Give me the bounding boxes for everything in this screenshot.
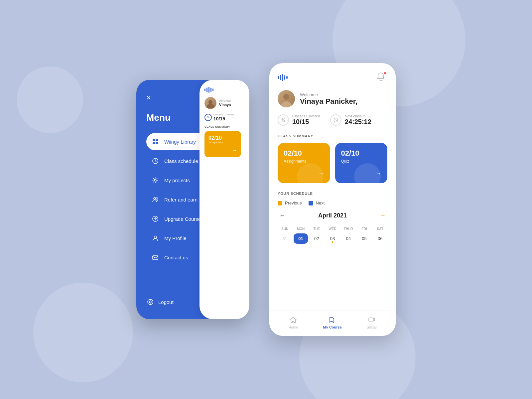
cal-cell-04[interactable]: 04 [341,233,356,244]
peek-classes-stat: % Classes Covered 10/15 [204,113,248,121]
notification-button[interactable] [375,71,387,83]
sidebar-item-label: Upgrade Course [164,216,201,222]
calendar-nav: ← April 2021 → [278,210,387,221]
cal-header-sun: SUN [278,226,292,232]
cal-cell-31[interactable]: 31 [278,233,292,244]
peek-welcome-label: Welcome [219,99,231,103]
sidebar-item-label: My projects [164,178,190,183]
assignment-label: Assignments [284,159,324,164]
cal-cell-03[interactable]: 03 [325,233,340,244]
sidebar-item-label: Class schedule [164,158,198,164]
svg-point-13 [208,100,212,104]
calendar-month: April 2021 [318,212,347,219]
schedule-legend: Previous Next [278,200,387,205]
welcome-label: Welcome [300,92,357,97]
svg-rect-1 [156,139,158,141]
social-icon [368,316,376,324]
svg-rect-2 [153,142,155,144]
svg-point-9 [154,236,157,238]
previous-label: Previous [285,200,302,205]
assignment-value: 02/10 [284,149,324,158]
book-icon [329,316,336,324]
clock-icon [151,157,159,165]
clock-circle-icon [330,114,341,126]
users-icon [151,196,159,203]
left-phone: × Menu Wiingy Library [136,80,249,319]
mail-icon [151,253,159,261]
calendar-next-button[interactable]: → [378,210,387,221]
peek-summary-label: CLASS SUMMARY [204,125,248,128]
peek-arrow: → [208,147,237,153]
svg-point-15 [283,94,289,100]
next-legend: Next [309,200,325,205]
waveform-main [278,74,288,81]
class-summary-label: CLASS SUMMARY [278,134,387,138]
profile-text: Welcome Vinaya Panicker, [300,92,357,106]
calendar-prev-button[interactable]: ← [278,210,287,221]
svg-point-17 [284,120,285,122]
svg-rect-10 [153,256,158,260]
cal-header-tue: TUE [309,226,324,232]
next-class-stat: Next class in 24:25:12 [330,114,371,126]
logout-button[interactable]: Logout [146,298,174,306]
percent-icon: % [204,114,212,121]
card-decor-2 [354,163,381,183]
peek-assignment-value: 02/10 [208,135,237,141]
sidebar-item-label: Contact us [164,255,188,260]
quiz-card[interactable]: 02/10 Quiz → [335,143,388,183]
bottom-nav: Home My Course Social [269,311,396,336]
notification-badge [383,71,387,75]
svg-rect-0 [153,139,155,141]
waveform-peek [204,86,248,93]
svg-point-5 [154,179,156,181]
cal-cell-05[interactable]: 05 [357,233,372,244]
upgrade-icon [151,215,159,223]
my-course-label: My Course [323,325,342,329]
phone-right-content: Welcome Vinaya Panicker, Classes C [269,63,396,311]
classes-covered-stat: Classes Covered 10/15 [278,114,320,126]
cal-cell-02[interactable]: 02 [309,233,324,244]
svg-point-16 [282,118,283,120]
svg-rect-19 [369,318,373,321]
cal-header-fri: FRI [357,226,372,232]
next-class-label: Next class in [345,114,371,118]
next-class-value: 24:25:12 [345,118,371,126]
svg-point-14 [280,101,292,107]
nav-social[interactable]: Social [367,316,377,329]
cal-cell-06[interactable]: 06 [373,233,387,244]
quiz-label: Quiz [341,159,382,164]
profile-avatar [278,90,295,107]
peek-avatar [204,97,216,109]
previous-dot [278,201,282,205]
next-label: Next [316,200,325,205]
cal-header-sat: SAT [373,226,387,232]
assignment-card[interactable]: 02/10 Assignments → [278,143,330,183]
top-bar [278,71,387,83]
calendar-grid: SUN MON TUE WED THUR FRI SAT 31 01 02 03… [278,226,387,244]
sidebar-item-label: Refer and earn [164,197,198,202]
close-button[interactable]: × [146,93,156,102]
nav-home[interactable]: Home [288,316,298,329]
phones-container: × Menu Wiingy Library [136,63,396,336]
summary-cards: 02/10 Assignments → 02/10 Quiz → [278,143,387,183]
cal-cell-01[interactable]: 01 [294,233,308,244]
svg-point-6 [154,198,156,200]
peek-user-name: Vinaya [219,103,231,107]
stats-row: Classes Covered 10/15 Next class in 24:2… [278,114,387,126]
cal-header-mon: MON [294,226,308,232]
logout-label: Logout [158,299,174,305]
your-schedule-label: YOUR SCHEDULE [278,192,387,196]
right-phone: Welcome Vinaya Panicker, Classes C [269,63,396,336]
peek-assignment-card[interactable]: 02/10 Assignments → [204,131,241,157]
home-icon [289,316,297,324]
svg-point-12 [149,301,151,303]
peek-classes-value: 10/15 [213,116,234,121]
bg-decor-2 [33,283,133,382]
nav-my-course[interactable]: My Course [323,316,342,329]
quiz-value: 02/10 [341,149,382,158]
bg-decor-3 [17,66,83,133]
peek-profile: Welcome Vinaya [204,97,248,109]
home-label: Home [288,325,298,329]
sidebar-item-label: Wiingy Library [164,139,196,145]
peek-welcome: Welcome Vinaya [219,99,231,107]
